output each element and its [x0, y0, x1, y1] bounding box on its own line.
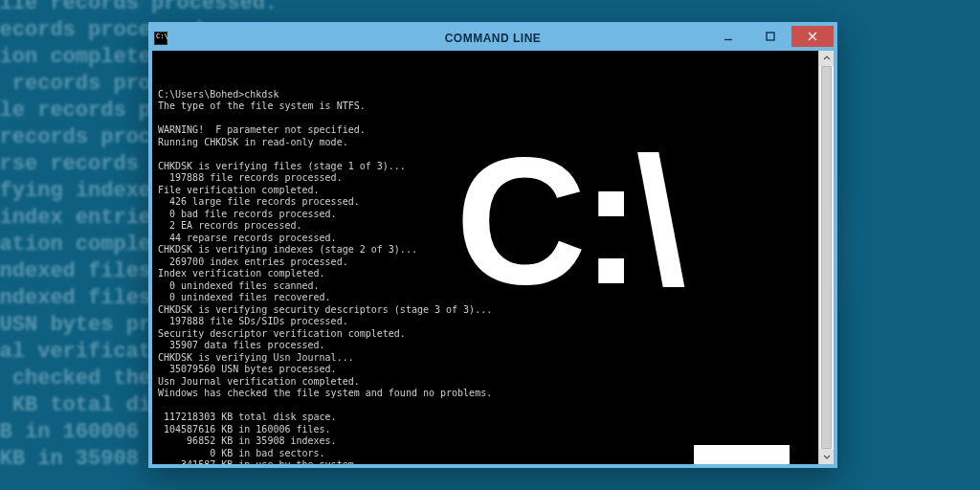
- vertical-scrollbar[interactable]: [818, 51, 834, 464]
- chevron-down-icon: [823, 453, 831, 460]
- terminal-app-icon: [154, 32, 167, 45]
- minimize-button[interactable]: [707, 26, 749, 47]
- console-line: 197888 file SDs/SIDs processed.: [158, 316, 813, 328]
- console-line: 117218303 KB total disk space.: [158, 412, 813, 424]
- scroll-thumb[interactable]: [821, 66, 832, 449]
- minimize-icon: [724, 32, 733, 41]
- maximize-icon: [766, 32, 775, 41]
- console-line: CHKDSK is verifying Usn Journal...: [158, 352, 813, 365]
- window-controls: [707, 26, 834, 47]
- window-titlebar[interactable]: COMMAND LINE: [152, 26, 834, 51]
- console-line: 0 unindexed files recovered.: [158, 292, 813, 304]
- close-icon: [808, 32, 817, 41]
- console-line: 44 reparse records processed.: [158, 233, 813, 245]
- console-line: Security descriptor verification complet…: [158, 328, 813, 341]
- console-output[interactable]: C:\Users\Bohed>chkdskThe type of the fil…: [152, 51, 818, 464]
- console-line: [158, 400, 813, 412]
- console-line: 269700 index entries processed.: [158, 256, 813, 269]
- console-line: 2 EA records processed.: [158, 220, 813, 233]
- chevron-up-icon: [823, 55, 831, 62]
- console-line: Usn Journal verification completed.: [158, 376, 813, 389]
- svg-rect-1: [767, 33, 774, 40]
- scroll-track[interactable]: [819, 66, 834, 449]
- maximize-button[interactable]: [749, 26, 791, 47]
- console-line: 426 large file records processed.: [158, 196, 813, 209]
- console-line: 0 bad file records processed.: [158, 209, 813, 221]
- console-line: [158, 148, 813, 161]
- console-line: 0 unindexed files scanned.: [158, 280, 813, 293]
- console-line: Index verification completed.: [158, 268, 813, 280]
- console-line: 35079560 USN bytes processed.: [158, 364, 813, 376]
- console-line: 0 KB in bad sectors.: [158, 448, 813, 460]
- console-line: 104587616 KB in 160006 files.: [158, 424, 813, 436]
- console-line: CHKDSK is verifying security descriptors…: [158, 304, 813, 317]
- scroll-up-button[interactable]: [819, 51, 834, 66]
- command-line-window: COMMAND LINE C:\Users\Bohed>chkdskThe ty…: [148, 22, 837, 468]
- console-line: C:\Users\Bohed>chkdsk: [158, 89, 813, 101]
- scroll-down-button[interactable]: [819, 449, 834, 464]
- console-line: 341587 KB in use by the system.: [158, 459, 813, 464]
- console-line: CHKDSK is verifying files (stage 1 of 3)…: [158, 161, 813, 173]
- console-line: 35907 data files processed.: [158, 340, 813, 352]
- window-client-area: C:\Users\Bohed>chkdskThe type of the fil…: [152, 51, 834, 464]
- console-line: [158, 113, 813, 125]
- console-line: Windows has checked the file system and …: [158, 388, 813, 400]
- close-button[interactable]: [791, 26, 834, 47]
- console-line: 96852 KB in 35908 indexes.: [158, 435, 813, 448]
- console-line: 197888 file records processed.: [158, 172, 813, 185]
- console-line: File verification completed.: [158, 185, 813, 197]
- console-line: WARNING! F parameter not specified.: [158, 124, 813, 137]
- console-line: Running CHKDSK in read-only mode.: [158, 137, 813, 149]
- console-line: CHKDSK is verifying indexes (stage 2 of …: [158, 244, 813, 256]
- console-line: The type of the file system is NTFS.: [158, 100, 813, 113]
